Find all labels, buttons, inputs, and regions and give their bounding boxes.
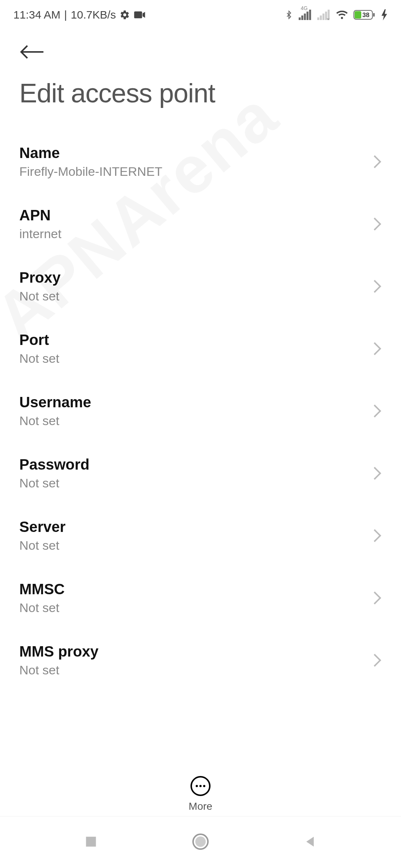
- chevron-right-icon: [373, 154, 382, 169]
- page-title: Edit access point: [0, 74, 401, 131]
- svg-rect-5: [309, 10, 311, 20]
- status-right: 4G × 38: [284, 9, 388, 21]
- row-label: Proxy: [19, 269, 61, 286]
- row-label: MMS proxy: [19, 643, 98, 660]
- chevron-right-icon: [373, 591, 382, 605]
- chevron-right-icon: [373, 279, 382, 294]
- arrow-left-icon: [19, 45, 45, 59]
- chevron-right-icon: [373, 528, 382, 543]
- svg-rect-3: [304, 14, 306, 20]
- row-value: Not set: [19, 476, 89, 490]
- svg-rect-8: [323, 14, 325, 20]
- row-value: internet: [19, 227, 61, 241]
- row-label: Username: [19, 394, 91, 411]
- status-divider: |: [64, 9, 67, 21]
- chevron-right-icon: [373, 217, 382, 231]
- nav-home-button[interactable]: [192, 833, 209, 852]
- nav-recent-button[interactable]: [84, 834, 98, 851]
- more-menu-button[interactable]: More: [0, 776, 401, 812]
- svg-rect-1: [299, 17, 301, 20]
- row-label: Server: [19, 519, 66, 535]
- wifi-icon: [336, 10, 348, 20]
- bluetooth-icon: [284, 9, 293, 21]
- signal-4g-icon: 4G: [299, 10, 312, 20]
- status-left: 11:34 AM | 10.7KB/s: [13, 9, 146, 21]
- row-mms-proxy[interactable]: MMS proxy Not set: [0, 629, 401, 691]
- row-value: Not set: [19, 538, 66, 553]
- svg-rect-6: [317, 17, 319, 20]
- row-label: Name: [19, 145, 162, 161]
- status-time: 11:34 AM: [13, 9, 61, 21]
- chevron-right-icon: [373, 466, 382, 481]
- header-row: [0, 30, 401, 74]
- gear-icon: [120, 10, 130, 20]
- svg-rect-7: [320, 16, 322, 20]
- svg-rect-2: [301, 16, 303, 20]
- charging-icon: [381, 9, 388, 20]
- signal-no-sim-icon: ×: [317, 10, 330, 20]
- row-value: Firefly-Mobile-INTERNET: [19, 164, 162, 179]
- chevron-right-icon: [373, 404, 382, 418]
- chevron-right-icon: [373, 653, 382, 668]
- more-horizontal-icon: [190, 776, 211, 796]
- svg-rect-0: [134, 11, 142, 19]
- system-nav-bar: [0, 816, 401, 868]
- settings-list: Name Firefly-Mobile-INTERNET APN interne…: [0, 131, 401, 691]
- svg-rect-17: [86, 836, 96, 846]
- row-value: Not set: [19, 351, 59, 366]
- battery-icon: 38: [353, 9, 376, 20]
- camera-icon: [134, 10, 146, 19]
- row-mmsc[interactable]: MMSC Not set: [0, 567, 401, 629]
- svg-text:×: ×: [326, 16, 330, 20]
- more-label: More: [189, 800, 212, 812]
- svg-rect-4: [307, 11, 309, 20]
- chevron-right-icon: [373, 341, 382, 356]
- row-username[interactable]: Username Not set: [0, 380, 401, 442]
- row-port[interactable]: Port Not set: [0, 318, 401, 380]
- back-button[interactable]: [19, 41, 49, 63]
- nav-back-button[interactable]: [303, 834, 317, 851]
- row-proxy[interactable]: Proxy Not set: [0, 255, 401, 318]
- svg-rect-14: [373, 13, 375, 17]
- status-speed: 10.7KB/s: [71, 9, 116, 21]
- row-label: APN: [19, 207, 61, 224]
- row-label: Password: [19, 456, 89, 473]
- svg-text:38: 38: [362, 11, 369, 19]
- row-value: Not set: [19, 414, 91, 428]
- row-apn[interactable]: APN internet: [0, 193, 401, 255]
- row-name[interactable]: Name Firefly-Mobile-INTERNET: [0, 131, 401, 193]
- row-value: Not set: [19, 601, 65, 615]
- svg-rect-13: [355, 11, 361, 19]
- row-password[interactable]: Password Not set: [0, 442, 401, 504]
- row-value: Not set: [19, 663, 98, 677]
- row-server[interactable]: Server Not set: [0, 504, 401, 567]
- status-bar: 11:34 AM | 10.7KB/s 4G × 38: [0, 0, 401, 30]
- content-fade: [0, 731, 401, 760]
- svg-point-19: [195, 836, 206, 847]
- row-label: Port: [19, 332, 59, 348]
- row-value: Not set: [19, 289, 61, 303]
- row-label: MMSC: [19, 581, 65, 598]
